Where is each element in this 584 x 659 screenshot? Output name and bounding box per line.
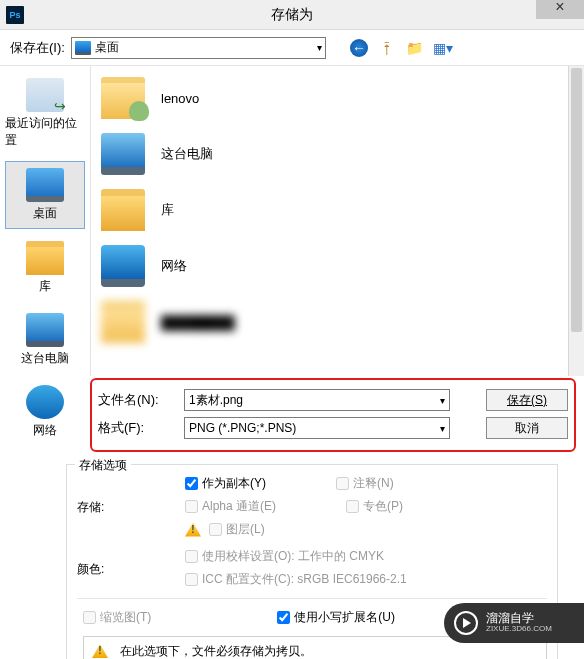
options-title: 存储选项 [75, 457, 131, 474]
file-list[interactable]: lenovo 这台电脑 库 网络 ████████ [90, 66, 584, 376]
chevron-down-icon: ▾ [440, 423, 445, 434]
filename-input[interactable]: 1素材.png ▾ [184, 389, 450, 411]
save-in-label: 保存在(I): [10, 39, 65, 57]
filename-label: 文件名(N): [98, 391, 178, 409]
scrollbar[interactable] [568, 66, 584, 376]
desktop-icon [26, 168, 64, 202]
pc-icon [101, 133, 145, 175]
nav-network[interactable]: 网络 [5, 379, 85, 445]
nav-thispc-label: 这台电脑 [21, 350, 69, 367]
places-bar: 最近访问的位置 桌面 库 这台电脑 网络 [0, 66, 90, 376]
list-item[interactable]: 网络 [95, 238, 580, 294]
warning-icon [92, 644, 108, 658]
format-label: 格式(F): [98, 419, 178, 437]
format-value: PNG (*.PNG;*.PNS) [189, 421, 296, 435]
save-button[interactable]: 保存(S) [486, 389, 568, 411]
save-in-value: 桌面 [95, 39, 119, 56]
nav-recent[interactable]: 最近访问的位置 [5, 72, 85, 155]
chevron-down-icon: ▾ [440, 395, 445, 406]
new-folder-icon[interactable]: 📁 [406, 39, 424, 57]
desktop-icon [75, 41, 91, 55]
as-copy-checkbox[interactable]: 作为副本(Y) [185, 475, 266, 492]
list-item[interactable]: ████████ [95, 294, 580, 350]
view-menu-icon[interactable]: ▦▾ [434, 39, 452, 57]
thumbnail-checkbox: 缩览图(T) [83, 609, 151, 626]
nav-library-label: 库 [39, 278, 51, 295]
brand-url: ZIXUE.3D66.COM [486, 625, 552, 634]
nav-thispc[interactable]: 这台电脑 [5, 307, 85, 373]
lowercase-ext-checkbox[interactable]: 使用小写扩展名(U) [277, 609, 395, 626]
list-item-label: 网络 [161, 257, 187, 275]
photoshop-icon: Ps [6, 6, 24, 24]
list-item-label: lenovo [161, 91, 199, 106]
pc-icon [26, 313, 64, 347]
chevron-down-icon: ▾ [317, 42, 322, 53]
format-dropdown[interactable]: PNG (*.PNG;*.PNS) ▾ [184, 417, 450, 439]
warning-icon [185, 523, 201, 537]
nav-desktop[interactable]: 桌面 [5, 161, 85, 229]
save-button-label: 保存(S) [507, 392, 547, 409]
filename-value: 1素材.png [189, 392, 243, 409]
nav-desktop-label: 桌面 [33, 205, 57, 222]
watermark: 溜溜自学 ZIXUE.3D66.COM [444, 603, 584, 643]
alpha-checkbox: Alpha 通道(E) [185, 498, 276, 515]
notes-checkbox: 注释(N) [336, 475, 394, 492]
titlebar: Ps 存储为 × [0, 0, 584, 30]
list-item[interactable]: 这台电脑 [95, 126, 580, 182]
location-bar: 保存在(I): 桌面 ▾ ← ⭱ 📁 ▦▾ [0, 30, 584, 66]
highlight-box: 文件名(N): 1素材.png ▾ 保存(S) 格式(F): PNG (*.PN… [90, 378, 576, 452]
browser-area: 最近访问的位置 桌面 库 这台电脑 网络 [0, 66, 584, 376]
proof-checkbox: 使用校样设置(O): 工作中的 CMYK [185, 548, 407, 565]
nav-network-label: 网络 [33, 422, 57, 439]
dialog-title: 存储为 [0, 6, 584, 24]
nav-library[interactable]: 库 [5, 235, 85, 301]
list-item-label: 这台电脑 [161, 145, 213, 163]
list-item[interactable]: 库 [95, 182, 580, 238]
layers-checkbox [209, 523, 222, 536]
list-item-label: 库 [161, 201, 174, 219]
color-label: 颜色: [77, 559, 185, 578]
save-in-dropdown[interactable]: 桌面 ▾ [71, 37, 326, 59]
store-label: 存储: [77, 497, 185, 516]
cancel-button[interactable]: 取消 [486, 417, 568, 439]
list-item-label: ████████ [161, 315, 235, 330]
layers-row: 图层(L) [185, 521, 403, 538]
save-as-dialog: Ps 存储为 × 保存在(I): 桌面 ▾ ← ⭱ 📁 ▦▾ 最近访问的位置 [0, 0, 584, 659]
up-folder-icon[interactable]: ⭱ [378, 39, 396, 57]
spot-checkbox: 专色(P) [346, 498, 403, 515]
info-text: 在此选项下，文件必须存储为拷贝。 [120, 643, 312, 660]
close-button[interactable]: × [536, 0, 584, 19]
library-icon [26, 241, 64, 275]
network-icon [101, 245, 145, 287]
folder-icon [101, 301, 145, 343]
play-icon [454, 611, 478, 635]
nav-recent-label: 最近访问的位置 [5, 115, 85, 149]
list-item[interactable]: lenovo [95, 70, 580, 126]
icc-checkbox: ICC 配置文件(C): sRGB IEC61966-2.1 [185, 571, 407, 588]
recent-icon [26, 78, 64, 112]
scroll-thumb[interactable] [571, 68, 582, 332]
library-icon [101, 189, 145, 231]
network-icon [26, 385, 64, 419]
back-icon[interactable]: ← [350, 39, 368, 57]
user-folder-icon [101, 77, 145, 119]
